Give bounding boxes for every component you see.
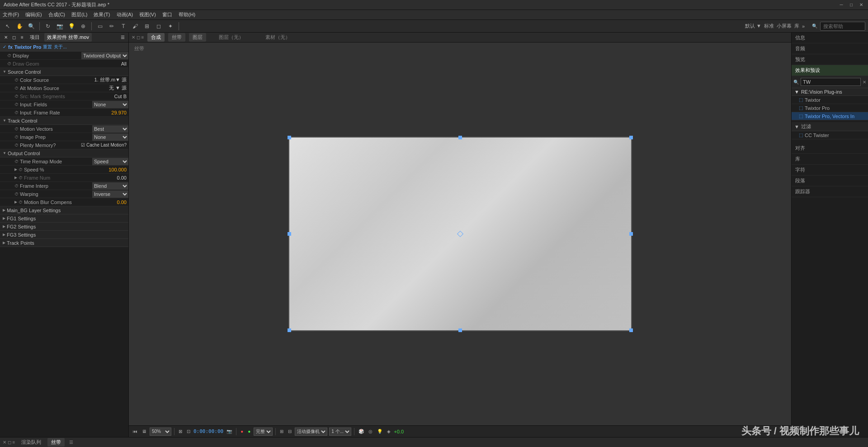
comp-tab-footage[interactable]: 图层 — [189, 33, 206, 42]
stopwatch-frame-interp[interactable]: ⏱ — [14, 184, 19, 188]
section-track-points[interactable]: ▶ Track Points — [0, 239, 128, 247]
stopwatch-image-prep[interactable]: ⏱ — [14, 135, 19, 139]
tool-text[interactable]: T — [118, 21, 128, 31]
tool-zoom[interactable]: 🔍 — [26, 21, 36, 31]
viewer-btn-lights[interactable]: 💡 — [376, 428, 384, 434]
zoom-dropdown[interactable]: 50% 100% 25% — [150, 428, 171, 436]
menu-help[interactable]: 帮助(H) — [179, 11, 195, 18]
menu-layer[interactable]: 图层(L) — [71, 11, 87, 18]
stopwatch-color-source[interactable]: ⏱ — [14, 78, 19, 82]
frame-num-value[interactable]: 0.00 — [92, 175, 128, 181]
workspace-expand[interactable]: » — [802, 24, 805, 29]
tool-pen[interactable]: ✏ — [107, 21, 117, 31]
section-main-bg[interactable]: ▶ Main_BG Layer Settings — [0, 206, 128, 214]
stopwatch-input-fields[interactable]: ⏱ — [14, 102, 19, 107]
tool-hand[interactable]: ✋ — [14, 21, 24, 31]
frame-interp-dropdown[interactable]: Blend — [92, 182, 128, 190]
maximize-button[interactable]: □ — [848, 2, 854, 8]
right-audio[interactable]: 音频 — [792, 43, 868, 54]
section-fg2[interactable]: ▶ FG2 Settings — [0, 223, 128, 231]
panel-list-icon[interactable]: ≡ — [19, 34, 25, 41]
search-help-input[interactable] — [820, 22, 865, 31]
comp-close[interactable]: ✕ ◻ ≡ — [132, 35, 144, 40]
tool-arrow[interactable]: ↖ — [3, 21, 13, 31]
handle-top-right[interactable] — [629, 136, 633, 139]
minimize-button[interactable]: ─ — [838, 2, 844, 8]
comp-tab-composition[interactable]: 合成 — [147, 33, 165, 42]
tab-render-queue[interactable]: 渲染队列 — [18, 438, 45, 447]
tool-shape[interactable]: ▭ — [95, 21, 105, 31]
workspace-standard[interactable]: 标准 — [764, 23, 774, 29]
effect-reset-btn[interactable]: 重置 — [43, 44, 52, 50]
viewer[interactable]: 丝带 — [129, 43, 791, 425]
tab-effects-controls[interactable]: 效果控件 丝带.mov — [44, 33, 92, 42]
workspace-small[interactable]: 小屏幕 — [777, 23, 792, 29]
warping-dropdown[interactable]: Inverse — [92, 190, 128, 198]
handle-mid-left[interactable] — [288, 232, 291, 236]
image-prep-dropdown[interactable]: None — [92, 133, 128, 141]
stopwatch-time-remap[interactable]: ⏱ — [14, 159, 19, 164]
menu-view[interactable]: 视图(V) — [139, 11, 156, 18]
viewer-timecode[interactable]: 0:00:00:00 — [193, 428, 223, 434]
right-align[interactable]: 对齐 — [792, 143, 868, 154]
tool-puppet[interactable]: ✦ — [165, 21, 175, 31]
effects-search-input[interactable] — [801, 78, 861, 86]
stopwatch-frame-num[interactable]: ⏱ — [19, 176, 23, 180]
viewer-btn-mask[interactable]: ⊟ — [287, 428, 293, 434]
handle-mid-right[interactable] — [629, 232, 633, 236]
view-count-dropdown[interactable]: 1 个... 2 个... — [329, 428, 351, 436]
effects-search-clear[interactable]: ✕ — [863, 80, 866, 85]
effects-item-twixtor-pro[interactable]: ⬚ Twixtor Pro — [792, 104, 868, 112]
tab-project[interactable]: 项目 — [27, 33, 42, 42]
section-fg3[interactable]: ▶ FG3 Settings — [0, 231, 128, 239]
panel-lock-icon[interactable]: ◻ — [11, 34, 17, 41]
viewer-btn-prev-frame[interactable]: ⏮ — [132, 428, 139, 434]
effects-category-revision[interactable]: ▼ RE:Vision Plug-ins — [792, 88, 868, 96]
viewer-btn-fit[interactable]: ⊠ — [177, 428, 184, 434]
workspace-default[interactable]: 默认 ▼ — [745, 23, 761, 29]
tab-comp-silkband[interactable]: 丝带 — [47, 438, 65, 447]
stopwatch-src-mark[interactable]: ⏱ — [14, 94, 19, 99]
menu-file[interactable]: 文件(F) — [3, 11, 19, 18]
handle-top-mid[interactable] — [458, 136, 462, 139]
time-remap-dropdown[interactable]: Speed — [92, 158, 128, 165]
tool-camera[interactable]: 📷 — [55, 21, 65, 31]
stopwatch-plenty-memory[interactable]: ⏱ — [14, 143, 19, 147]
panel-close-icon[interactable]: ✕ — [3, 34, 9, 41]
stopwatch-input-framerate[interactable]: ⏱ — [14, 110, 19, 115]
right-library[interactable]: 库 — [792, 154, 868, 165]
stopwatch-warping[interactable]: ⏱ — [14, 192, 19, 196]
tool-rotate[interactable]: ↻ — [43, 21, 53, 31]
menu-edit[interactable]: 编辑(E) — [25, 11, 42, 18]
motion-vectors-dropdown[interactable]: Best — [92, 125, 128, 133]
menu-composition[interactable]: 合成(C) — [48, 11, 65, 18]
effects-item-cc-twister[interactable]: ⬚ CC Twister — [792, 131, 868, 139]
tool-eraser[interactable]: ◻ — [154, 21, 164, 31]
effect-twixtor-header[interactable]: ✓ fx Twixtor Pro 重置 关于... — [0, 43, 128, 52]
tool-light[interactable]: 💡 — [66, 21, 76, 31]
input-fields-dropdown[interactable]: None — [92, 101, 128, 108]
menu-window[interactable]: 窗口 — [162, 11, 172, 18]
display-dropdown[interactable]: Twixtored Output — [81, 52, 128, 59]
workspace-library[interactable]: 库 — [794, 23, 799, 29]
stopwatch-draw-geom[interactable]: ⏱ — [7, 62, 11, 66]
stopwatch-alt-motion[interactable]: ⏱ — [14, 86, 19, 90]
quality-dropdown[interactable]: 完整 1/2 1/4 — [254, 428, 273, 436]
handle-top-left[interactable] — [288, 136, 291, 139]
section-track-control[interactable]: ▼ Track Control — [0, 117, 128, 125]
stopwatch-speed[interactable]: ⏱ — [19, 167, 23, 172]
speed-value[interactable]: 100.000 — [92, 167, 128, 172]
comp-tab-layer[interactable]: 丝带 — [168, 33, 185, 42]
handle-bot-right[interactable] — [629, 328, 633, 332]
effects-category-filter[interactable]: ▼ 过滤 — [792, 122, 868, 131]
menu-animation[interactable]: 动画(A) — [117, 11, 133, 18]
tool-anchor[interactable]: ⊕ — [78, 21, 88, 31]
section-fg1[interactable]: ▶ FG1 Settings — [0, 214, 128, 223]
viewer-btn-3d[interactable]: 🎲 — [357, 428, 365, 434]
camera-dropdown[interactable]: 活动摄像机 — [295, 428, 327, 436]
viewer-btn-monitor[interactable]: 🖥 — [141, 428, 148, 434]
right-paragraph[interactable]: 段落 — [792, 176, 868, 186]
section-source-control[interactable]: ▼ Source Control — [0, 68, 128, 76]
viewer-btn-snapshot[interactable]: 📷 — [225, 428, 233, 434]
right-character[interactable]: 字符 — [792, 165, 868, 176]
